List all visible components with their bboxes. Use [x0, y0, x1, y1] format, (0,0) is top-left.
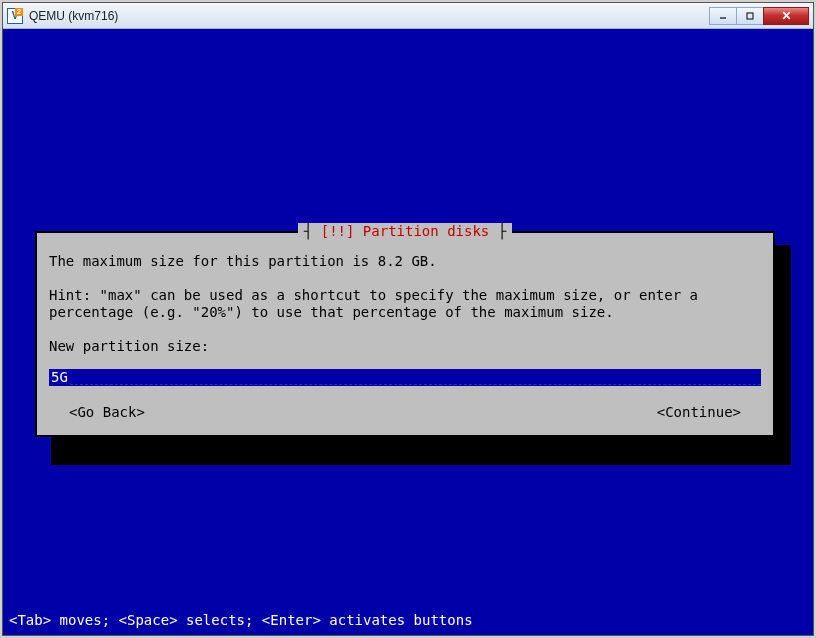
dialog-title-text: Partition disks — [363, 223, 489, 239]
terminal-screen: ┤ [!!] Partition disks ├ The maximum siz… — [3, 29, 813, 635]
dialog-title-marker: [!!] — [321, 223, 355, 239]
minimize-button[interactable] — [709, 7, 737, 25]
close-button[interactable] — [763, 7, 809, 25]
partition-dialog: ┤ [!!] Partition disks ├ The maximum siz… — [35, 231, 775, 437]
go-back-button[interactable]: <Go Back> — [69, 404, 145, 421]
partition-size-value: 5G — [49, 369, 70, 386]
vnc-icon: V — [7, 8, 23, 24]
continue-button[interactable]: <Continue> — [657, 404, 741, 421]
minimize-icon — [718, 11, 728, 21]
dialog-info: The maximum size for this partition is 8… — [49, 253, 761, 270]
dialog-hint: Hint: "max" can be used as a shortcut to… — [49, 287, 761, 321]
close-icon — [781, 10, 792, 21]
titlebar[interactable]: V QEMU (kvm716) — [3, 3, 813, 29]
app-window: V QEMU (kvm716) ┤ [!!] Partition disks ├ — [2, 2, 814, 636]
footer-hint: <Tab> moves; <Space> selects; <Enter> ac… — [9, 612, 473, 629]
maximize-icon — [745, 11, 755, 21]
window-buttons — [710, 7, 809, 25]
window-title: QEMU (kvm716) — [29, 9, 710, 23]
dialog-title: ┤ [!!] Partition disks ├ — [298, 223, 512, 240]
maximize-button[interactable] — [736, 7, 764, 25]
input-remainder — [70, 369, 761, 386]
dialog-prompt: New partition size: — [49, 338, 761, 355]
svg-rect-1 — [747, 13, 753, 19]
partition-size-input[interactable]: 5G — [49, 369, 761, 386]
